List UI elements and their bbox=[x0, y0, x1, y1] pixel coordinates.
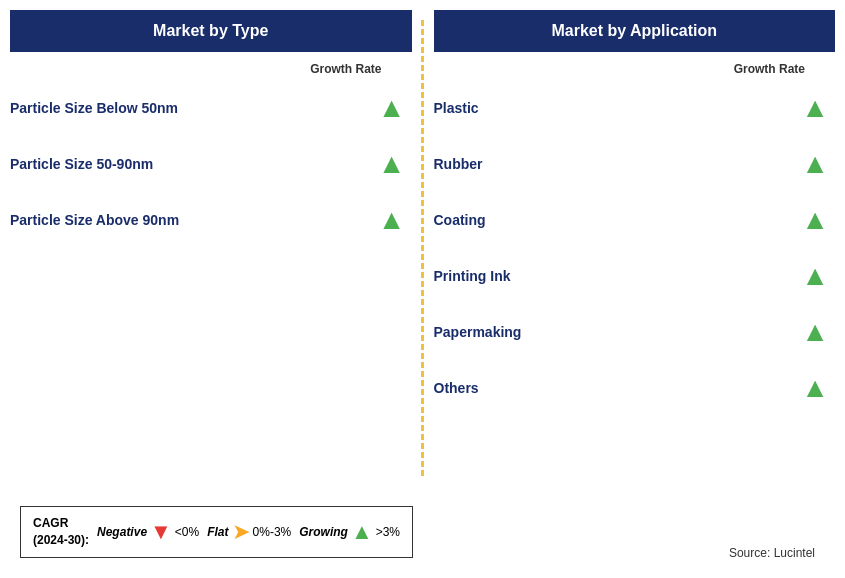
green-up-arrow-icon: ▲ bbox=[801, 262, 829, 290]
yellow-right-arrow-icon: ➤ bbox=[232, 521, 250, 543]
legend-box: CAGR (2024-30): Negative ▼ <0% Flat ➤ 0%… bbox=[20, 506, 413, 558]
cagr-years: (2024-30): bbox=[33, 533, 89, 547]
right-panel-title: Market by Application bbox=[551, 22, 717, 39]
green-up-arrow-icon: ▲ bbox=[378, 150, 406, 178]
right-item-label-2: Coating bbox=[434, 212, 486, 228]
legend-growing: Growing ▲ >3% bbox=[299, 521, 400, 543]
negative-range: <0% bbox=[175, 525, 199, 539]
right-item-label-5: Others bbox=[434, 380, 479, 396]
right-arrow-0: ▲ bbox=[795, 94, 835, 122]
green-up-arrow-icon: ▲ bbox=[801, 94, 829, 122]
flat-label: Flat bbox=[207, 525, 228, 539]
red-down-arrow-icon: ▼ bbox=[150, 521, 172, 543]
bottom-row: CAGR (2024-30): Negative ▼ <0% Flat ➤ 0%… bbox=[0, 496, 845, 578]
left-arrow-2: ▲ bbox=[372, 206, 412, 234]
right-arrow-5: ▲ bbox=[795, 374, 835, 402]
table-row: Coating ▲ bbox=[434, 192, 836, 248]
right-panel-items: Plastic ▲ Rubber ▲ Coating ▲ Printing In… bbox=[434, 80, 836, 486]
green-up-legend-arrow-icon: ▲ bbox=[351, 521, 373, 543]
right-arrow-1: ▲ bbox=[795, 150, 835, 178]
main-container: Market by Type Growth Rate Particle Size… bbox=[0, 0, 845, 496]
table-row: Papermaking ▲ bbox=[434, 304, 836, 360]
right-growth-rate-label: Growth Rate bbox=[434, 62, 836, 76]
table-row: Particle Size 50-90nm ▲ bbox=[10, 136, 412, 192]
right-arrow-3: ▲ bbox=[795, 262, 835, 290]
left-arrow-1: ▲ bbox=[372, 150, 412, 178]
left-item-label-2: Particle Size Above 90nm bbox=[10, 212, 179, 228]
negative-label: Negative bbox=[97, 525, 147, 539]
green-up-arrow-icon: ▲ bbox=[801, 318, 829, 346]
growing-range: >3% bbox=[376, 525, 400, 539]
cagr-label: CAGR (2024-30): bbox=[33, 515, 89, 549]
green-up-arrow-icon: ▲ bbox=[801, 374, 829, 402]
left-item-label-0: Particle Size Below 50nm bbox=[10, 100, 178, 116]
green-up-arrow-icon: ▲ bbox=[801, 206, 829, 234]
right-item-label-4: Papermaking bbox=[434, 324, 522, 340]
source-text: Source: Lucintel bbox=[729, 546, 835, 568]
table-row: Plastic ▲ bbox=[434, 80, 836, 136]
table-row: Others ▲ bbox=[434, 360, 836, 416]
right-arrow-4: ▲ bbox=[795, 318, 835, 346]
green-up-arrow-icon: ▲ bbox=[378, 94, 406, 122]
left-item-label-1: Particle Size 50-90nm bbox=[10, 156, 153, 172]
legend-negative: Negative ▼ <0% bbox=[97, 521, 199, 543]
cagr-title: CAGR bbox=[33, 516, 68, 530]
right-arrow-2: ▲ bbox=[795, 206, 835, 234]
green-up-arrow-icon: ▲ bbox=[378, 206, 406, 234]
table-row: Particle Size Below 50nm ▲ bbox=[10, 80, 412, 136]
left-panel-items: Particle Size Below 50nm ▲ Particle Size… bbox=[10, 80, 412, 486]
left-growth-rate-label: Growth Rate bbox=[10, 62, 412, 76]
right-panel-header: Market by Application bbox=[434, 10, 836, 52]
right-item-label-3: Printing Ink bbox=[434, 268, 511, 284]
left-panel: Market by Type Growth Rate Particle Size… bbox=[0, 10, 422, 486]
table-row: Particle Size Above 90nm ▲ bbox=[10, 192, 412, 248]
right-item-label-0: Plastic bbox=[434, 100, 479, 116]
left-panel-header: Market by Type bbox=[10, 10, 412, 52]
right-item-label-1: Rubber bbox=[434, 156, 483, 172]
right-panel: Market by Application Growth Rate Plasti… bbox=[424, 10, 846, 486]
legend-flat: Flat ➤ 0%-3% bbox=[207, 521, 291, 543]
table-row: Rubber ▲ bbox=[434, 136, 836, 192]
left-arrow-0: ▲ bbox=[372, 94, 412, 122]
left-panel-title: Market by Type bbox=[153, 22, 268, 39]
flat-range: 0%-3% bbox=[253, 525, 292, 539]
table-row: Printing Ink ▲ bbox=[434, 248, 836, 304]
growing-label: Growing bbox=[299, 525, 348, 539]
green-up-arrow-icon: ▲ bbox=[801, 150, 829, 178]
